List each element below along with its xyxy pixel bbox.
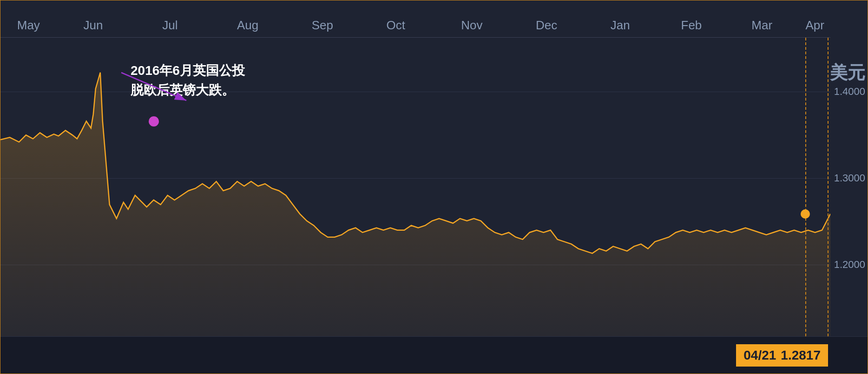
x-label-mar: Mar bbox=[751, 18, 772, 33]
x-axis: May Jun Jul Aug Sep Oct Nov Dec Jan Feb … bbox=[0, 0, 830, 38]
x-label-apr: Apr bbox=[805, 18, 824, 33]
current-value-dot bbox=[801, 209, 810, 219]
chart-container: May Jun Jul Aug Sep Oct Nov Dec Jan Feb … bbox=[0, 0, 868, 374]
x-label-jun: Jun bbox=[84, 18, 103, 33]
x-label-aug: Aug bbox=[237, 18, 258, 33]
x-label-jul: Jul bbox=[162, 18, 178, 33]
dashed-vertical-line bbox=[805, 38, 806, 336]
x-label-jan: Jan bbox=[611, 18, 630, 33]
y-label-1300: 1.3000 bbox=[834, 172, 865, 184]
x-label-nov: Nov bbox=[461, 18, 482, 33]
y-label-1200: 1.2000 bbox=[834, 259, 865, 271]
x-label-oct: Oct bbox=[386, 18, 405, 33]
annotation-arrow bbox=[117, 68, 196, 105]
currency-label: 美元 bbox=[830, 61, 865, 85]
date-value-badge: 04/21 1.2817 bbox=[736, 344, 828, 367]
x-label-may: May bbox=[17, 18, 40, 33]
y-label-1400: 1.4000 bbox=[834, 86, 865, 98]
x-label-dec: Dec bbox=[536, 18, 557, 33]
current-date-line bbox=[828, 38, 829, 336]
current-price: 1.2817 bbox=[781, 348, 821, 363]
brexit-annotation-dot bbox=[149, 116, 159, 127]
svg-line-1 bbox=[121, 73, 186, 100]
x-label-sep: Sep bbox=[312, 18, 333, 33]
current-date: 04/21 bbox=[743, 348, 776, 363]
x-label-feb: Feb bbox=[681, 18, 702, 33]
